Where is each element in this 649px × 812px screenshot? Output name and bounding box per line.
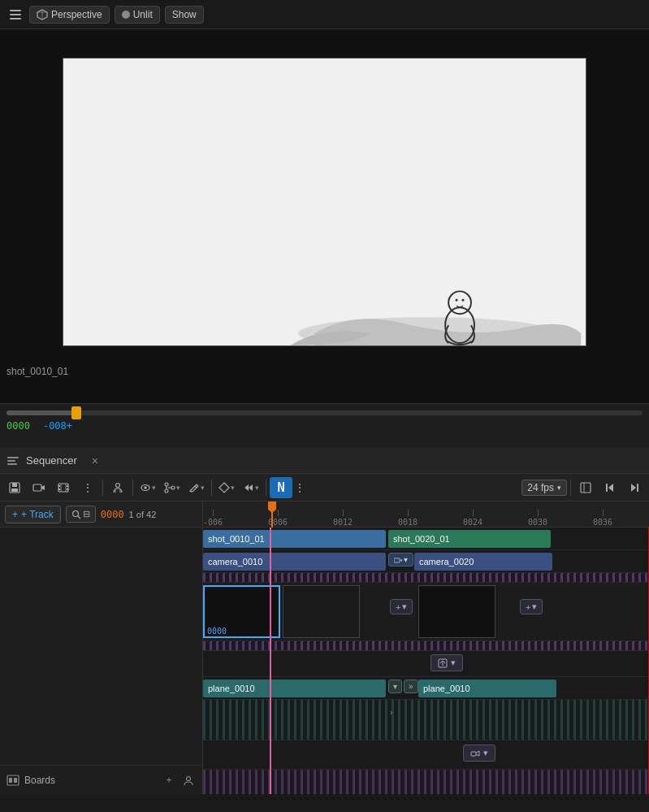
svg-rect-42 (637, 484, 638, 492)
svg-rect-17 (58, 484, 68, 492)
ruler-mark-0036: 0036 (593, 510, 612, 527)
unlit-circle-icon (122, 11, 130, 19)
fps-selector[interactable]: 24 fps ▾ (521, 480, 567, 496)
user-icon (183, 775, 194, 786)
pink-line (270, 528, 271, 794)
expand-button[interactable] (574, 477, 597, 498)
board-thumb-3[interactable] (418, 585, 495, 638)
frame-counter: 0000 (101, 509, 124, 520)
camera-0010-block[interactable]: camera_0010 (203, 553, 386, 571)
transport-icon (243, 482, 254, 493)
key-chevron-icon: ▾ (231, 484, 235, 492)
show-label: Show (172, 9, 197, 20)
menu-icon[interactable] (6, 7, 24, 23)
keyframe-dropdown-button[interactable]: ▾ (215, 477, 238, 498)
boards-add-button[interactable]: + (162, 773, 176, 788)
add-clip-button-2[interactable]: + ▾ (520, 599, 543, 614)
transport-dropdown-button[interactable]: ▾ (240, 477, 262, 498)
svg-marker-41 (631, 484, 636, 492)
n-options-button[interactable]: ⋮ (294, 477, 305, 498)
svg-rect-49 (394, 558, 400, 562)
boards-icon (6, 774, 19, 787)
export-button[interactable]: ▾ (431, 654, 463, 671)
camera-chevron-icon: ▾ (404, 555, 408, 564)
add-clip-chevron-icon-2: ▾ (532, 601, 537, 612)
board-thumb-1[interactable]: 0000 (203, 585, 280, 638)
sequencer-panel: Sequencer × (0, 448, 649, 794)
sequencer-title: Sequencer (26, 454, 77, 467)
scrubber-area[interactable]: 0000 -008+ (0, 403, 649, 448)
svg-point-8 (462, 299, 465, 302)
expand-icon (579, 481, 592, 494)
svg-rect-18 (58, 485, 60, 487)
save-button[interactable] (3, 477, 26, 498)
sequencer-content: + + Track ⊟ 0000 1 of 42 (0, 502, 649, 794)
sequencer-header: Sequencer × (0, 448, 649, 474)
svg-point-48 (187, 776, 191, 780)
filmstrip-button[interactable] (52, 477, 75, 498)
plane-0010-right-label: plane_0010 (423, 684, 470, 693)
add-track-button[interactable]: + + Track (5, 506, 61, 523)
pencil-dropdown-button[interactable]: ▾ (185, 477, 208, 498)
perspective-button[interactable]: Perspective (29, 6, 110, 24)
svg-point-31 (171, 486, 175, 489)
camera-add-icon (394, 556, 402, 564)
add-clip-button-1[interactable]: + ▾ (390, 599, 413, 614)
svg-point-43 (72, 510, 78, 516)
svg-rect-3 (64, 59, 585, 345)
divider-4 (266, 480, 266, 496)
camera-0020-label: camera_0020 (419, 557, 474, 567)
svg-point-24 (116, 483, 120, 487)
show-button[interactable]: Show (165, 6, 204, 24)
diamond-icon (218, 482, 230, 493)
boards-row[interactable]: Boards + (0, 765, 202, 794)
viewport-right-panel (604, 29, 649, 403)
transport-chevron-icon: ▾ (255, 484, 259, 492)
perspective-label: Perspective (51, 9, 102, 20)
branch-dropdown-button[interactable]: ▾ (161, 477, 184, 498)
sequencer-close-button[interactable]: × (89, 454, 102, 467)
shot-0020-block[interactable]: shot_0020_01 (388, 530, 551, 548)
skip-back-button[interactable] (599, 477, 621, 498)
svg-rect-46 (9, 778, 12, 783)
svg-rect-53 (471, 752, 476, 756)
scrubber-track[interactable] (6, 410, 643, 415)
svg-rect-9 (7, 457, 19, 458)
shot-0020-label: shot_0020_01 (393, 534, 450, 544)
plane-0010-left-block[interactable]: plane_0010 (203, 680, 386, 697)
svg-marker-35 (219, 483, 229, 493)
shot-0010-block[interactable]: shot_0010_01 (203, 530, 386, 548)
n-icon: N (277, 480, 285, 495)
person-button[interactable] (106, 477, 129, 498)
camera-0020-block[interactable]: camera_0020 (414, 553, 552, 571)
camera-0010-label: camera_0010 (208, 557, 262, 567)
export-chevron-icon: ▾ (451, 658, 456, 668)
audio-edit-button[interactable]: ▾ (463, 745, 495, 762)
divider-2 (132, 480, 133, 496)
more-options-button[interactable]: ⋮ (76, 477, 99, 498)
unlit-button[interactable]: Unlit (115, 6, 160, 24)
svg-rect-20 (67, 485, 68, 487)
camera-button[interactable] (28, 477, 50, 498)
plane-expand-button[interactable]: ▾ » (388, 680, 418, 693)
viewport-canvas[interactable] (63, 58, 586, 346)
board-thumb-2[interactable] (283, 585, 360, 638)
plane-0010-right-block[interactable]: plane_0010 (418, 680, 556, 697)
visibility-dropdown-button[interactable]: ▾ (136, 477, 159, 498)
timeline-ruler: -006 0006 0012 0018 (203, 502, 649, 527)
viewport-sketch (63, 59, 586, 345)
ruler-mark-0024: 0024 (463, 510, 482, 527)
n-mode-button[interactable]: N (270, 477, 292, 498)
skip-forward-button[interactable] (623, 477, 646, 498)
audio-chevron-icon: ▾ (483, 748, 488, 758)
branch-icon (164, 482, 175, 493)
svg-line-44 (77, 515, 80, 519)
eye-chevron-icon: ▾ (152, 484, 156, 492)
camera-add-button[interactable]: ▾ (388, 553, 413, 567)
boards-user-button[interactable] (181, 773, 196, 788)
seq-timeline[interactable]: -006 0006 0012 0018 (203, 502, 649, 794)
add-track-label: + Track (21, 509, 54, 520)
timeline-tracks: shot_0010_01 shot_0020_01 camera_0010 (203, 528, 649, 794)
search-filter-button[interactable]: ⊟ (66, 506, 96, 523)
scrubber-thumb[interactable] (71, 406, 81, 419)
